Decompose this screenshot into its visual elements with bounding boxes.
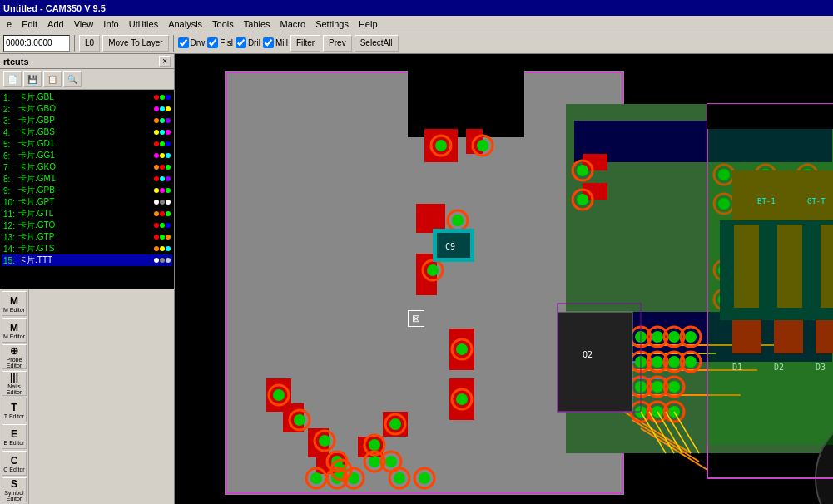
coord-input[interactable] — [3, 35, 70, 52]
cursor-crosshair: ⊠ — [408, 310, 424, 327]
editor-icon-6[interactable]: CC Editor — [2, 451, 27, 476]
title-text: Untitled - CAM350 V 9.5 — [3, 3, 106, 13]
editor-icon-1[interactable]: MM Editor — [2, 318, 27, 343]
menu-item-tables[interactable]: Tables — [239, 17, 275, 31]
shortcut-icon-3[interactable]: 🔍 — [63, 71, 82, 87]
menu-item-edit[interactable]: Edit — [17, 17, 42, 31]
select-all-button[interactable]: SelectAll — [355, 35, 399, 52]
editor-icon-5[interactable]: EE Editor — [2, 424, 27, 449]
layer-item[interactable]: 11:卡片.GTL — [2, 208, 172, 220]
layer-item[interactable]: 15:卡片.TTT — [2, 254, 172, 266]
layer-item[interactable]: 12:卡片.GTO — [2, 220, 172, 231]
canvas-area: ⊠ — [175, 54, 833, 504]
layer-item[interactable]: 14:卡片.GTS — [2, 243, 172, 254]
editor-icon-4[interactable]: TT Editor — [2, 398, 27, 422]
title-bar: Untitled - CAM350 V 9.5 — [0, 0, 833, 16]
menu-item-info[interactable]: Info — [98, 17, 123, 31]
layer-item[interactable]: 2:卡片.GBO — [2, 103, 172, 115]
layer-item[interactable]: 10:卡片.GPT — [2, 196, 172, 208]
filter-button[interactable]: Filter — [290, 35, 320, 52]
shortcuts-header: rtcuts × — [0, 54, 174, 69]
menu-item-analysis[interactable]: Analysis — [163, 17, 207, 31]
layer-item[interactable]: 13:卡片.GTP — [2, 231, 172, 243]
shortcut-icon-2[interactable]: 📋 — [43, 71, 62, 87]
menu-item-utilities[interactable]: Utilities — [124, 17, 163, 31]
editor-icon-7[interactable]: SSymbolEditor — [2, 477, 27, 502]
menu-item-help[interactable]: Help — [354, 17, 383, 31]
shortcuts-close-button[interactable]: × — [159, 56, 171, 67]
menu-item-tools[interactable]: Tools — [207, 17, 239, 31]
editor-icon-0[interactable]: MM Editor — [2, 291, 27, 316]
layer-item[interactable]: 9:卡片.GPB — [2, 185, 172, 196]
layer-item[interactable]: 3:卡片.GBP — [2, 115, 172, 126]
editor-icon-2[interactable]: ⊕ProbeEditor — [2, 344, 27, 369]
menu-item-macro[interactable]: Macro — [275, 17, 311, 31]
checkbox-mill[interactable]: Mill — [263, 37, 288, 48]
shortcuts-toolbar: 📄💾📋🔍 — [0, 69, 174, 90]
pcb-canvas[interactable] — [175, 54, 833, 504]
layer-item[interactable]: 5:卡片.GD1 — [2, 138, 172, 150]
layer-item[interactable]: 4:卡片.GBS — [2, 126, 172, 138]
layer-item[interactable]: 8:卡片.GM1 — [2, 173, 172, 185]
menu-item-add[interactable]: Add — [42, 17, 69, 31]
shortcuts-label: rtcuts — [3, 57, 29, 67]
layer-list[interactable]: 1:卡片.GBL2:卡片.GBO3:卡片.GBP4:卡片.GBS5:卡片.GD1… — [0, 90, 174, 289]
shortcut-icon-0[interactable]: 📄 — [3, 71, 22, 87]
layer-item[interactable]: 7:卡片.GKO — [2, 161, 172, 173]
layer-item[interactable]: 1:卡片.GBL — [2, 91, 172, 103]
layer-item[interactable]: 6:卡片.GG1 — [2, 150, 172, 161]
left-panel: rtcuts × 📄💾📋🔍 1:卡片.GBL2:卡片.GBO3:卡片.GBP4:… — [0, 54, 175, 504]
prev-button[interactable]: Prev — [323, 35, 352, 52]
editor-icon-3[interactable]: |||NailsEditor — [2, 371, 27, 396]
layer-button[interactable]: L0 — [79, 35, 100, 52]
menu-item-e[interactable]: e — [2, 17, 17, 31]
menu-bar: eEditAddViewInfoUtilitiesAnalysisToolsTa… — [0, 16, 833, 32]
move-to-layer-button[interactable]: Move To Layer — [102, 35, 168, 52]
menu-item-view[interactable]: View — [69, 17, 99, 31]
shortcut-icon-1[interactable]: 💾 — [23, 71, 42, 87]
editor-icons: MM EditorMM Editor⊕ProbeEditor|||NailsEd… — [0, 289, 29, 504]
checkbox-dril[interactable]: Dril — [236, 37, 260, 48]
main-layout: rtcuts × 📄💾📋🔍 1:卡片.GBL2:卡片.GBO3:卡片.GBP4:… — [0, 54, 833, 504]
checkbox-flsl[interactable]: Flsl — [207, 37, 233, 48]
checkbox-drw[interactable]: Drw — [178, 37, 206, 48]
menu-item-settings[interactable]: Settings — [310, 17, 354, 31]
toolbar: L0Move To LayerDrwFlslDrilMillFilterPrev… — [0, 32, 833, 54]
